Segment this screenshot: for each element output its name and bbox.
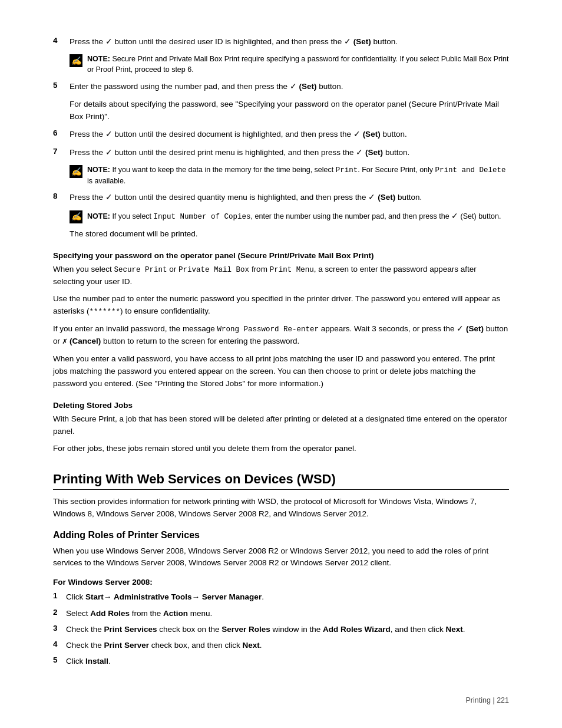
- x-cancel-icon: ✗: [62, 337, 67, 346]
- password-para-3: If you enter an invalid password, the me…: [53, 322, 509, 348]
- fw-step-2: 2 Select Add Roles from the Action menu.: [53, 608, 509, 620]
- step-4-text-after-btn: button.: [373, 37, 398, 46]
- step-8-note: ✍ NOTE: If you select Input Number of Co…: [70, 210, 509, 223]
- note-code-7a: Print: [336, 166, 358, 174]
- step-4-note-text: NOTE: Secure Print and Private Mail Box …: [87, 54, 509, 75]
- for-windows-heading: For Windows Server 2008:: [53, 578, 509, 587]
- note-content-8a: If you select: [112, 212, 153, 220]
- step-7: 7 Press the ✓ button until the desired p…: [53, 146, 509, 159]
- step-6-content: Press the ✓ button until the desired doc…: [70, 128, 509, 140]
- fw-step-3-content: Check the Print Services check box on th…: [66, 624, 509, 635]
- step-7-text-before: Press the: [70, 148, 103, 157]
- fw-step-4-num: 4: [53, 640, 66, 648]
- step-6-check1: ✓: [105, 129, 113, 139]
- note-content-8c: (Set) button.: [461, 212, 501, 220]
- fw-step-5-num: 5: [53, 655, 66, 664]
- step-8-check2: ✓: [368, 192, 375, 202]
- server-roles-label: Server Roles: [222, 625, 270, 634]
- code-secure-print: Secure Print: [114, 266, 167, 274]
- step-7-content: Press the ✓ button until the desired pri…: [70, 146, 509, 159]
- step-5: 5 Enter the password using the number pa…: [53, 80, 509, 93]
- step-5-set-label: (Set): [299, 82, 317, 91]
- step-8-content: Press the ✓ button until the desired qua…: [70, 191, 509, 203]
- add-roles-wizard-label: Add Roles Wizard: [323, 625, 391, 634]
- note-content-7b: . For Secure Print, only: [358, 166, 435, 174]
- fw-step-4: 4 Check the Print Server check box, and …: [53, 640, 509, 651]
- fw-step-2-num: 2: [53, 608, 66, 617]
- fw-step-5: 5 Click Install.: [53, 655, 509, 667]
- step-6-text-before: Press the: [70, 130, 103, 139]
- set-button-label: (Set): [466, 324, 484, 333]
- step-4-set-label: (Set): [353, 37, 371, 46]
- install-label: Install: [85, 657, 108, 666]
- note-check-8: ✓: [451, 211, 458, 220]
- step-8-number: 8: [53, 191, 70, 200]
- footer-section: Printing: [466, 696, 491, 704]
- deleting-para-1: With Secure Print, a job that has been s…: [53, 413, 509, 438]
- note-bold-8: NOTE:: [87, 212, 110, 220]
- password-para-1: When you select Secure Print or Private …: [53, 263, 509, 288]
- check-set-icon: ✓: [457, 324, 464, 333]
- note-icon-7: ✍: [70, 165, 82, 178]
- note-content-7a: If you want to keep the data in the memo…: [112, 166, 335, 174]
- step-5-content: Enter the password using the number pad,…: [70, 80, 509, 93]
- step-6-check2: ✓: [353, 129, 361, 139]
- code-wrong-password: Wrong Password Re-enter: [217, 325, 319, 334]
- print-services-label: Print Services: [104, 625, 157, 634]
- step-7-text-mid: button until the desired print menu is h…: [115, 148, 354, 157]
- step-8-text-before: Press the: [70, 193, 103, 202]
- step-8: 8 Press the ✓ button until the desired q…: [53, 191, 509, 203]
- stored-doc-text: The stored document will be printed.: [70, 228, 509, 241]
- note-content-8b: , enter the number using the number pad,…: [251, 212, 452, 220]
- step-7-note-text: NOTE: If you want to keep the data in th…: [87, 164, 509, 186]
- step-7-check2: ✓: [356, 147, 363, 157]
- major-intro: This section provides information for ne…: [53, 496, 509, 521]
- fw-step-1-content: Click Start→ Administrative Tools→ Serve…: [66, 591, 509, 603]
- next-label-4: Next: [242, 641, 259, 650]
- note-code-8a: Input Number of Copies: [154, 213, 251, 221]
- step-4-number: 4: [53, 35, 70, 45]
- start-label: Start: [85, 592, 104, 601]
- fw-step-2-content: Select Add Roles from the Action menu.: [66, 608, 509, 620]
- step-6-set-label: (Set): [363, 130, 381, 139]
- code-private-mail-box: Private Mail Box: [178, 266, 249, 274]
- step-4-text-before: Press the: [70, 37, 103, 46]
- step-7-text-after-btn: button.: [385, 148, 409, 157]
- step-5-text-after: button.: [319, 82, 343, 91]
- step-6-text-after-btn: button.: [382, 130, 406, 139]
- action-label: Action: [163, 609, 188, 618]
- for-windows-steps: 1 Click Start→ Administrative Tools→ Ser…: [53, 591, 509, 667]
- print-server-label: Print Server: [104, 641, 150, 650]
- roles-intro: When you use Windows Server 2008, Window…: [53, 545, 509, 570]
- note-content-4: Secure Print and Private Mail Box Print …: [87, 55, 508, 74]
- password-para-4: When you enter a valid password, you hav…: [53, 353, 509, 390]
- step-5-indent: For details about specifying the passwor…: [70, 98, 509, 123]
- step-7-set-label: (Set): [365, 148, 383, 157]
- step-5-check: ✓: [290, 81, 297, 91]
- step-5-text-before: Enter the password using the number pad,…: [70, 82, 287, 91]
- page-footer: Printing | 221: [466, 696, 509, 704]
- cancel-button-label: (Cancel): [70, 337, 101, 345]
- step-4-check1: ✓: [105, 37, 113, 46]
- admin-tools-label: Administrative Tools: [114, 592, 192, 601]
- major-title: Printing With Web Services on Devices (W…: [53, 472, 509, 490]
- step-6-text-mid: button until the desired document is hig…: [115, 130, 352, 139]
- note-content-7c: is available.: [87, 177, 125, 185]
- step-8-note-text: NOTE: If you select Input Number of Copi…: [87, 210, 501, 222]
- password-para-2: Use the number pad to enter the numeric …: [53, 293, 509, 318]
- step-4-note: ✍ NOTE: Secure Print and Private Mail Bo…: [70, 54, 509, 75]
- note-bold-4: NOTE:: [87, 55, 110, 63]
- step-7-number: 7: [53, 146, 70, 156]
- step-8-set-label: (Set): [378, 193, 395, 202]
- section-heading-password: Specifying your password on the operator…: [53, 251, 509, 260]
- section-heading-deleting: Deleting Stored Jobs: [53, 401, 509, 410]
- step-4-text-mid: button until the desired user ID is high…: [115, 37, 342, 46]
- fw-step-4-content: Check the Print Server check box, and th…: [66, 640, 509, 651]
- step-4-check2: ✓: [344, 37, 351, 46]
- next-label-3: Next: [446, 625, 463, 634]
- step-7-check1: ✓: [105, 147, 113, 157]
- code-print-menu: Print Menu: [270, 266, 314, 274]
- footer-page: 221: [497, 696, 509, 704]
- step-4-content: Press the ✓ button until the desired use…: [70, 35, 509, 48]
- step-4: 4 Press the ✓ button until the desired u…: [53, 35, 509, 48]
